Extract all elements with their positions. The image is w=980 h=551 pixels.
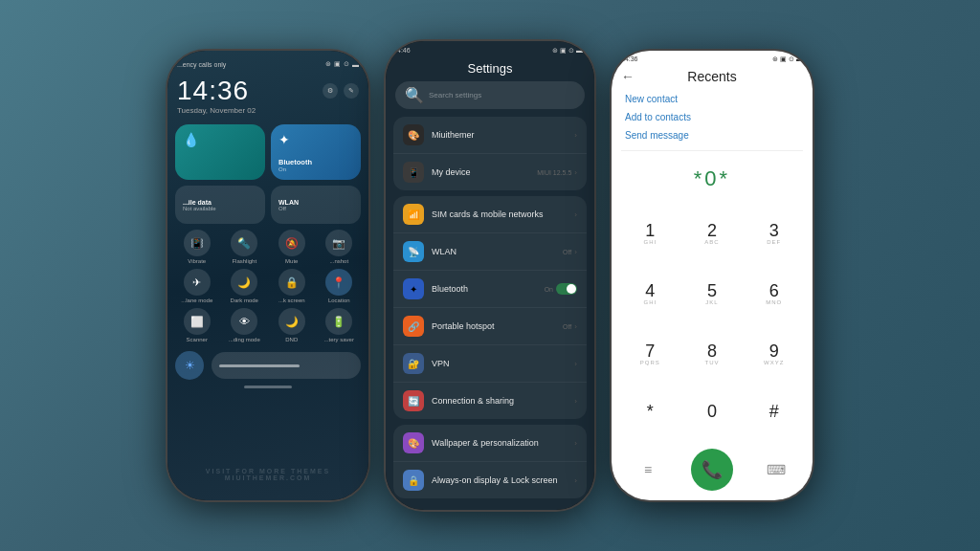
key-9[interactable]: 9 WXYZ: [743, 324, 805, 385]
watermark: VISIT FOR MORE THEMES MIUITHEMER.COM: [167, 468, 368, 481]
key-7-alpha: PQRS: [640, 360, 660, 365]
wlan-setting-label: WLAN: [432, 247, 555, 256]
edit-icon[interactable]: ✎: [344, 83, 359, 99]
flashlight-button[interactable]: 🔦 Flashlight: [223, 230, 267, 264]
lockscreen-setting-item[interactable]: 🔒 Always-on display & Lock screen ›: [393, 462, 587, 498]
key-5-alpha: JKL: [705, 299, 718, 305]
reading-button[interactable]: 👁 ...ding mode: [223, 308, 267, 342]
lockscreen-icon: 🔒: [278, 269, 305, 296]
darkmode-button[interactable]: 🌙 Dark mode: [223, 269, 267, 303]
dial-display: *0*: [612, 151, 813, 199]
miuithemer-item[interactable]: 🎨 Miuithemer ›: [393, 117, 587, 154]
reading-icon: 👁: [231, 308, 257, 335]
hotspot-status: Off: [563, 323, 571, 330]
lockscreen-setting-icon: 🔒: [403, 470, 424, 491]
brightness-slider[interactable]: [212, 352, 361, 379]
key-0[interactable]: 0: [681, 385, 744, 439]
key-6-num: 6: [769, 282, 779, 299]
water-tile[interactable]: 💧: [175, 124, 265, 180]
vpn-item[interactable]: 🔐 VPN ›: [393, 345, 587, 383]
settings-time: 4:46: [397, 47, 411, 55]
brightness-icon-btn[interactable]: ☀: [175, 351, 204, 380]
battery-icon: ▬: [352, 61, 359, 68]
vpn-text: VPN: [432, 359, 567, 368]
key-1[interactable]: 1 GHI: [619, 203, 681, 263]
row-tiles: ...ile data Not available WLAN Off: [175, 186, 361, 224]
airplane-icon: ✈: [184, 269, 211, 296]
sim-item[interactable]: 📶 SIM cards & mobile networks ›: [393, 196, 587, 233]
keyboard-button[interactable]: ⌨: [759, 452, 793, 487]
settings-group-1: 🎨 Miuithemer › 📱 My device MIUI 12.5.5: [393, 117, 587, 190]
my-device-item[interactable]: 📱 My device MIUI 12.5.5 ›: [393, 154, 587, 190]
dialer-screen: 14:36 ⊛ ▣ ⊙ ▬ ← Recents New contact Add …: [612, 51, 813, 500]
vibrate-button[interactable]: 📳 Vibrate: [175, 230, 219, 264]
key-8-alpha: TUV: [704, 360, 719, 365]
key-8[interactable]: 8 TUV: [681, 324, 744, 385]
camera-icon: ▣: [334, 60, 341, 68]
key-5[interactable]: 5 JKL: [681, 263, 744, 323]
screenshot-label: ...nshot: [329, 258, 348, 264]
miuithemer-label: Miuithemer: [432, 130, 567, 140]
key-6[interactable]: 6 MNO: [743, 263, 805, 323]
key-2-alpha: ABC: [704, 239, 719, 245]
settings-group-3: 🎨 Wallpaper & personalization › 🔒 Always…: [393, 425, 587, 498]
vpn-label: VPN: [432, 359, 567, 368]
dialpad-menu-button[interactable]: ≡: [631, 452, 665, 487]
wlan-setting-right: Off ›: [563, 248, 577, 256]
airplane-button[interactable]: ✈ ...lane mode: [175, 269, 219, 303]
mute-label: Mute: [285, 258, 298, 264]
miuithemer-text: Miuithemer: [432, 130, 567, 140]
wallpaper-icon: 🎨: [403, 432, 424, 453]
dnd-button[interactable]: 🌙 DND: [270, 308, 314, 342]
connection-item[interactable]: 🔄 Connection & sharing ›: [393, 383, 587, 419]
my-device-right: MIUI 12.5.5 ›: [537, 168, 577, 177]
key-4[interactable]: 4 GHI: [619, 263, 681, 323]
bluetooth-icon: ⊛: [325, 60, 331, 68]
send-message-link[interactable]: Send message: [625, 130, 799, 141]
settings-shortcut-icon[interactable]: ⚙: [323, 83, 338, 99]
hotspot-label: Portable hotspot: [432, 321, 555, 331]
wlan-tile[interactable]: WLAN Off: [271, 186, 361, 224]
dnd-icon: 🌙: [278, 308, 305, 335]
wallpaper-item[interactable]: 🎨 Wallpaper & personalization ›: [393, 425, 587, 462]
settings-search-bar[interactable]: 🔍 Search settings: [395, 81, 585, 109]
back-button[interactable]: ←: [621, 69, 635, 84]
vibrate-icon: 📳: [184, 230, 211, 256]
key-3[interactable]: 3 DEF: [743, 203, 805, 263]
bluetooth-tile[interactable]: ✦ Bluetooth On: [271, 124, 361, 180]
key-star[interactable]: *: [619, 385, 681, 439]
location-button[interactable]: 📍 Location: [318, 269, 362, 303]
key-hash[interactable]: #: [743, 385, 805, 439]
dialer-keypad: 1 GHI 2 ABC 3 DEF 4 GHI 5 JKL: [612, 199, 813, 443]
bluetooth-toggle[interactable]: [556, 283, 577, 295]
lockscreen-button[interactable]: 🔒 ...k screen: [270, 269, 314, 303]
wlan-item[interactable]: 📡 WLAN Off ›: [393, 233, 587, 271]
screenshot-button[interactable]: 📷 ...nshot: [318, 230, 362, 264]
mute-button[interactable]: 🔕 Mute: [270, 230, 314, 264]
dnd-label: DND: [285, 337, 298, 342]
key-7-num: 7: [645, 342, 655, 360]
recents-header: ← Recents: [612, 65, 813, 90]
key-3-alpha: DEF: [767, 239, 781, 245]
phone-control-panel: ...ency calls only ⊛ ▣ ⊙ ▬ 14:36 ⚙ ✎ Tue…: [167, 51, 368, 500]
screenshot-icon: 📷: [325, 230, 352, 256]
mobile-data-tile[interactable]: ...ile data Not available: [175, 186, 265, 224]
wlan-status: Off: [563, 249, 571, 255]
mobile-data-label: ...ile data: [183, 199, 257, 206]
new-contact-link[interactable]: New contact: [625, 94, 799, 104]
key-7[interactable]: 7 PQRS: [619, 324, 681, 385]
search-icon: 🔍: [405, 86, 424, 104]
my-device-icon: 📱: [403, 162, 424, 183]
dialer-bottom-bar: ≡ 📞 ⌨: [612, 443, 813, 500]
battery-saver-button[interactable]: 🔋 ...tery saver: [318, 308, 362, 342]
add-to-contacts-link[interactable]: Add to contacts: [625, 112, 799, 122]
darkmode-label: Dark mode: [231, 298, 258, 303]
keyboard-icon: ⌨: [767, 462, 786, 477]
bluetooth-setting-item[interactable]: ✦ Bluetooth On: [393, 271, 587, 308]
key-2[interactable]: 2 ABC: [681, 203, 744, 263]
call-button[interactable]: 📞: [691, 449, 733, 491]
scanner-button[interactable]: ⬜ Scanner: [175, 308, 219, 342]
hotspot-item[interactable]: 🔗 Portable hotspot Off ›: [393, 308, 587, 345]
wlan-sub: Off: [278, 206, 353, 211]
key-9-num: 9: [769, 342, 779, 360]
